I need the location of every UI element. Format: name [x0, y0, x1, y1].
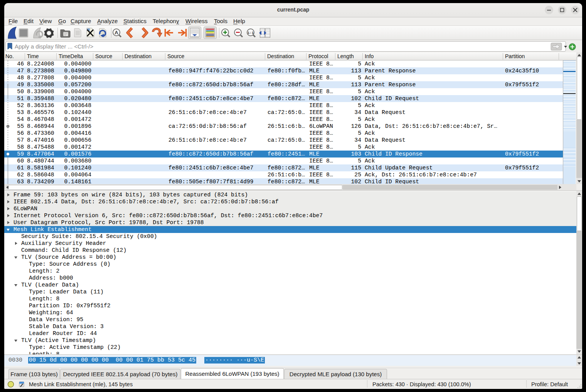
- svg-text:1:1: 1:1: [248, 31, 254, 35]
- svg-text:A: A: [115, 30, 118, 35]
